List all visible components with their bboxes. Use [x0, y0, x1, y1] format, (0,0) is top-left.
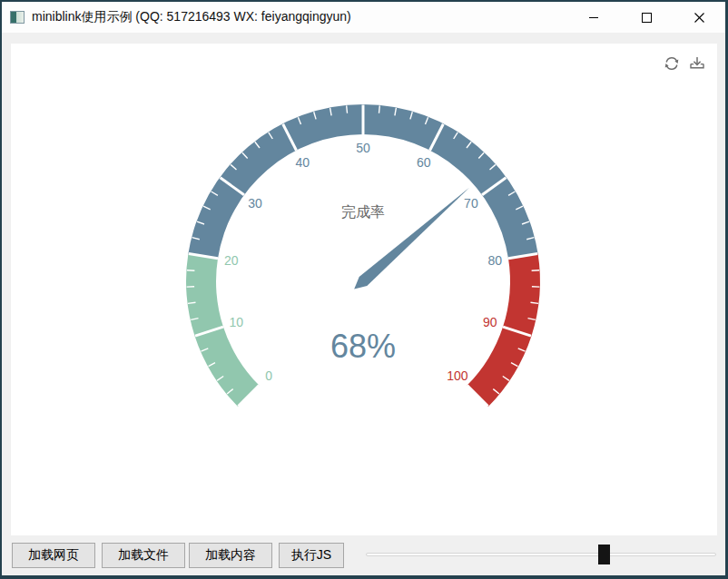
- minimize-button[interactable]: [567, 2, 620, 33]
- minimize-icon: [588, 12, 599, 23]
- svg-text:70: 70: [464, 196, 478, 211]
- svg-text:40: 40: [296, 155, 310, 170]
- slider-handle[interactable]: [598, 545, 610, 564]
- svg-text:50: 50: [356, 141, 370, 155]
- svg-text:20: 20: [224, 253, 239, 268]
- maximize-icon: [641, 12, 653, 24]
- window-title: miniblink使用示例 (QQ: 517216493 WX: feiyang…: [32, 9, 351, 25]
- close-button[interactable]: [673, 2, 725, 33]
- maximize-button[interactable]: [620, 2, 673, 33]
- slider-track[interactable]: [366, 553, 716, 556]
- svg-text:68%: 68%: [330, 328, 396, 365]
- load-file-button[interactable]: 加载文件: [102, 543, 185, 568]
- restore-icon[interactable]: [663, 54, 681, 73]
- close-icon: [694, 12, 705, 24]
- svg-text:80: 80: [487, 253, 502, 268]
- svg-text:100: 100: [447, 368, 468, 383]
- chart-toolbox: [663, 54, 706, 73]
- chart-panel: 0102030405060708090100完成率68%: [11, 44, 717, 535]
- window-controls: [567, 2, 725, 33]
- gauge-chart: 0102030405060708090100完成率68%: [11, 44, 717, 535]
- svg-text:10: 10: [229, 315, 243, 329]
- svg-text:0: 0: [265, 368, 272, 383]
- save-image-icon[interactable]: [688, 54, 706, 73]
- load-content-button[interactable]: 加载内容: [189, 543, 272, 568]
- svg-text:完成率: 完成率: [341, 204, 385, 220]
- load-webpage-button[interactable]: 加载网页: [12, 543, 95, 568]
- app-icon: [10, 11, 25, 24]
- execute-js-button[interactable]: 执行JS: [279, 543, 344, 568]
- titlebar: miniblink使用示例 (QQ: 517216493 WX: feiyang…: [2, 2, 725, 33]
- svg-text:60: 60: [417, 155, 431, 170]
- svg-text:90: 90: [483, 315, 497, 329]
- window: miniblink使用示例 (QQ: 517216493 WX: feiyang…: [2, 2, 725, 575]
- svg-text:30: 30: [248, 196, 262, 211]
- bottom-toolbar: 加载网页 加载文件 加载内容 执行JS: [2, 535, 725, 575]
